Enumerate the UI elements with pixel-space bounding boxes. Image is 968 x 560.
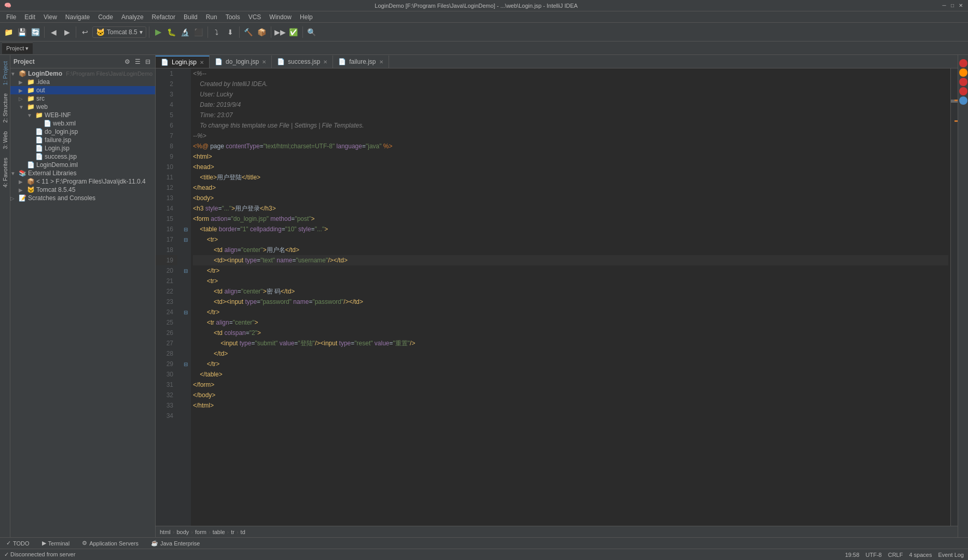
stop-button[interactable]: ⬛ <box>192 26 205 38</box>
search-everywhere-btn[interactable]: 🔍 <box>306 26 318 38</box>
browser-icon-2[interactable] <box>959 68 967 77</box>
browser-icon-4[interactable] <box>959 87 967 95</box>
tree-item-logindemo[interactable]: ▼ 📦 LoginDemo F:\Program Files\Java\Logi… <box>10 69 155 78</box>
code-content[interactable]: <%-- Created by IntelliJ IDEA. User: Luc… <box>191 68 950 526</box>
editor-tab-success[interactable]: 📄 success.jsp ✕ <box>272 55 333 68</box>
panel-favorites-tab[interactable]: 4: Favorites <box>1 153 10 191</box>
editor-tab-login[interactable]: 📄 Login.jsp ✕ <box>156 55 210 68</box>
menu-window[interactable]: Window <box>265 12 296 22</box>
tree-expand-arrow[interactable]: ▶ <box>19 88 27 93</box>
tab-close-login[interactable]: ✕ <box>200 60 204 65</box>
status-vcs[interactable]: ✓ Disconnected from server <box>4 551 75 558</box>
status-encoding[interactable]: UTF-8 <box>866 552 882 558</box>
commit-btn[interactable]: ✅ <box>287 26 300 38</box>
menu-help[interactable]: Help <box>296 12 317 22</box>
project-tab[interactable]: Project ▾ <box>2 43 33 54</box>
toolbar-save-btn[interactable]: 💾 <box>16 26 28 38</box>
toolbar-back-btn[interactable]: ◀ <box>47 26 60 38</box>
menu-run[interactable]: Run <box>202 12 222 22</box>
menu-edit[interactable]: Edit <box>20 12 39 22</box>
menu-vcs[interactable]: VCS <box>244 12 266 22</box>
status-time[interactable]: 19:58 <box>845 552 860 558</box>
tree-item-src[interactable]: ▷ 📁 src <box>10 94 155 103</box>
tab-close-failure[interactable]: ✕ <box>379 59 383 65</box>
run-config-dropdown[interactable]: ▾ <box>140 29 143 36</box>
menu-navigate[interactable]: Navigate <box>61 12 94 22</box>
browser-icon-1[interactable] <box>959 59 967 67</box>
tree-item-dologin[interactable]: ▷ 📄 do_login.jsp <box>10 128 155 136</box>
tree-item-webinf[interactable]: ▼ 📁 WEB-INF <box>10 111 155 119</box>
tree-expand-arrow[interactable]: ▶ <box>19 79 27 85</box>
breadcrumb-html[interactable]: html <box>160 529 171 535</box>
window-controls[interactable]: ─ □ ✕ <box>941 3 964 9</box>
menu-tools[interactable]: Tools <box>222 12 244 22</box>
breadcrumb-tr[interactable]: tr <box>231 529 234 535</box>
run-tasks-btn[interactable]: ▶▶ <box>274 26 286 38</box>
tree-item-iml[interactable]: ▷ 📄 LoginDemo.iml <box>10 161 155 169</box>
tree-expand-arrow[interactable]: ▼ <box>27 113 35 118</box>
editor-tab-failure[interactable]: 📄 failure.jsp ✕ <box>333 55 389 68</box>
sidebar-collapse-icon[interactable]: ⊟ <box>144 58 152 66</box>
breadcrumb-body[interactable]: body <box>176 529 189 535</box>
status-line-sep[interactable]: CRLF <box>888 552 903 558</box>
editor-scrollbar[interactable] <box>950 68 958 526</box>
menu-build[interactable]: Build <box>179 12 202 22</box>
browser-icon-5[interactable] <box>959 96 967 105</box>
tree-item-web[interactable]: ▼ 📁 web <box>10 103 155 111</box>
tree-expand-arrow[interactable]: ▼ <box>10 71 19 77</box>
tree-expand-arrow[interactable]: ▶ <box>19 187 27 193</box>
breadcrumb-td[interactable]: td <box>241 529 245 535</box>
tree-expand-arrow[interactable]: ▷ <box>19 96 27 102</box>
tree-item-idea[interactable]: ▶ 📁 .idea <box>10 78 155 86</box>
tree-item-extlibs[interactable]: ▼ 📚 External Libraries <box>10 169 155 177</box>
menu-code[interactable]: Code <box>94 12 117 22</box>
maximize-button[interactable]: □ <box>949 3 956 9</box>
close-button[interactable]: ✕ <box>958 3 964 9</box>
toolbar-undo-btn[interactable]: ↩ <box>79 26 91 38</box>
build-btn[interactable]: 🔨 <box>242 26 255 38</box>
tree-item-success[interactable]: ▷ 📄 success.jsp <box>10 152 155 161</box>
tree-expand-arrow[interactable]: ▼ <box>10 171 19 176</box>
breadcrumb-form[interactable]: form <box>195 529 206 535</box>
debug-button[interactable]: 🐛 <box>165 26 178 38</box>
sidebar-settings-icon[interactable]: ⚙ <box>123 58 131 66</box>
toolbar-forward-btn[interactable]: ▶ <box>61 26 73 38</box>
menu-refactor[interactable]: Refactor <box>148 12 179 22</box>
step-into-btn[interactable]: ⬇ <box>224 26 237 38</box>
menu-file[interactable]: File <box>2 12 20 22</box>
status-eventlog[interactable]: Event Log <box>938 552 964 558</box>
tree-item-jdk11[interactable]: ▶ 📦 < 11 > F:\Program Files\Java\jdk-11.… <box>10 177 155 186</box>
menu-view[interactable]: View <box>39 12 61 22</box>
bottom-tab-javaenterprise[interactable]: ☕ Java Enterprise <box>147 539 204 548</box>
sdk-btn[interactable]: 📦 <box>256 26 268 38</box>
panel-project-tab[interactable]: 1: Project <box>1 57 10 89</box>
editor-tab-dologin[interactable]: 📄 do_login.jsp ✕ <box>210 55 272 68</box>
bottom-tab-terminal[interactable]: ▶ Terminal <box>38 539 74 548</box>
menu-analyze[interactable]: Analyze <box>117 12 148 22</box>
tree-item-tomcat[interactable]: ▶ 🐱 Tomcat 8.5.45 <box>10 186 155 194</box>
bottom-tab-appservers[interactable]: ⚙ Application Servers <box>78 539 143 548</box>
panel-structure-tab[interactable]: 2: Structure <box>1 89 10 127</box>
breadcrumb-table[interactable]: table <box>213 529 225 535</box>
bottom-tab-todo[interactable]: ✓ TODO <box>2 539 34 548</box>
browser-icon-3[interactable] <box>959 78 967 86</box>
tree-expand-web-arrow[interactable]: ▼ <box>19 104 27 110</box>
tree-item-failure[interactable]: ▷ 📄 failure.jsp <box>10 136 155 144</box>
tree-expand-arrow[interactable]: ▷ <box>10 195 19 201</box>
tab-close-success[interactable]: ✕ <box>323 59 327 65</box>
sidebar-view-icon[interactable]: ☰ <box>133 58 142 66</box>
tree-item-out[interactable]: ▶ 📁 out <box>10 86 155 94</box>
toolbar-refresh-btn[interactable]: 🔄 <box>29 26 42 38</box>
step-over-btn[interactable]: ⤵ <box>211 26 223 38</box>
tab-close-dologin[interactable]: ✕ <box>262 59 266 65</box>
run-with-coverage-btn[interactable]: 🔬 <box>179 26 191 38</box>
status-indent[interactable]: 4 spaces <box>909 552 932 558</box>
run-button[interactable]: ▶ <box>152 26 164 38</box>
tree-item-webxml[interactable]: ▷ 📄 web.xml <box>10 119 155 128</box>
tree-item-login-jsp[interactable]: ▷ 📄 Login.jsp <box>10 144 155 152</box>
run-config-tomcat[interactable]: 🐱 Tomcat 8.5 ▾ <box>92 26 146 38</box>
panel-web-tab[interactable]: 3: Web <box>1 127 10 153</box>
tree-item-scratches[interactable]: ▷ 📝 Scratches and Consoles <box>10 194 155 202</box>
tree-expand-arrow[interactable]: ▶ <box>19 179 27 185</box>
minimize-button[interactable]: ─ <box>941 3 947 9</box>
